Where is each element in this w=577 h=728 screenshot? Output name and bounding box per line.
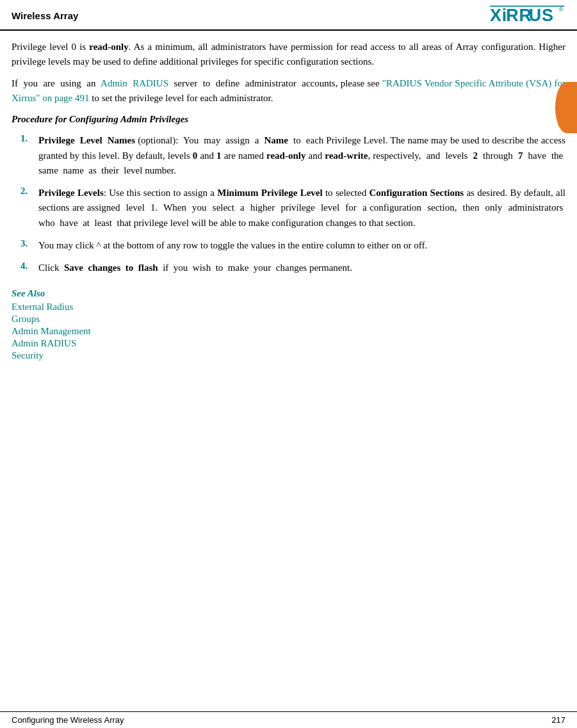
admin-radius-link[interactable]: Admin RADIUS — [101, 78, 168, 88]
footer-left: Configuring the Wireless Array — [12, 715, 124, 725]
logo-container: Xi RR US ® — [490, 5, 565, 26]
list-content-2: Privilege Levels: Use this section to as… — [38, 186, 565, 231]
link-security[interactable]: Security — [12, 350, 44, 360]
list-item-2: 2. Privilege Levels: Use this section to… — [12, 186, 565, 231]
list-item-1: 1. Privilege Level Names (optional): You… — [12, 133, 565, 178]
xirrus-logo: Xi RR US ® — [490, 5, 565, 26]
see-also-links: External Radius Groups Admin Management … — [12, 302, 565, 361]
list-number-4: 4. — [20, 261, 38, 271]
see-also-item-external-radius[interactable]: External Radius — [12, 302, 565, 312]
list-number-1: 1. — [20, 133, 38, 144]
list-item-3: 3. You may click ^ at the bottom of any … — [12, 238, 565, 253]
see-also-item-admin-radius[interactable]: Admin RADIUS — [12, 338, 565, 349]
svg-text:Xi: Xi — [490, 6, 507, 25]
see-also-section: See Also External Radius Groups Admin Ma… — [12, 288, 565, 361]
link-admin-radius[interactable]: Admin RADIUS — [12, 338, 76, 348]
list-item-4: 4. Click Save changes to flash if you wi… — [12, 261, 565, 275]
list-content-1: Privilege Level Names (optional): You ma… — [38, 133, 565, 178]
vsa-link[interactable]: "RADIUS Vendor Specific Attribute (VSA) … — [12, 78, 565, 103]
page-footer: Configuring the Wireless Array 217 — [0, 711, 577, 728]
procedure-heading: Procedure for Configuring Admin Privileg… — [12, 112, 565, 127]
footer-page-number: 217 — [551, 715, 565, 725]
main-content: Privilege level 0 is read-only. As a min… — [0, 31, 577, 369]
see-also-item-groups[interactable]: Groups — [12, 314, 565, 325]
header-title: Wireless Array — [12, 10, 78, 21]
see-also-item-security[interactable]: Security — [12, 350, 565, 361]
link-external-radius[interactable]: External Radius — [12, 302, 73, 312]
orange-tab — [555, 82, 577, 133]
svg-text:US: US — [529, 6, 554, 25]
list-number-2: 2. — [20, 186, 38, 197]
page-header: Wireless Array Xi RR US ® — [0, 0, 577, 31]
list-content-4: Click Save changes to flash if you wish … — [38, 261, 565, 275]
procedure-list: 1. Privilege Level Names (optional): You… — [12, 133, 565, 275]
see-also-item-admin-management[interactable]: Admin Management — [12, 326, 565, 337]
list-number-3: 3. — [20, 238, 38, 249]
intro-paragraph-2: If you are using an Admin RADIUS server … — [12, 76, 565, 106]
list-content-3: You may click ^ at the bottom of any row… — [38, 238, 565, 253]
intro-paragraph-1: Privilege level 0 is read-only. As a min… — [12, 40, 565, 70]
svg-text:®: ® — [559, 6, 564, 13]
link-groups[interactable]: Groups — [12, 314, 40, 324]
see-also-heading: See Also — [12, 288, 565, 299]
link-admin-management[interactable]: Admin Management — [12, 326, 91, 336]
svg-text:RR: RR — [506, 6, 532, 25]
